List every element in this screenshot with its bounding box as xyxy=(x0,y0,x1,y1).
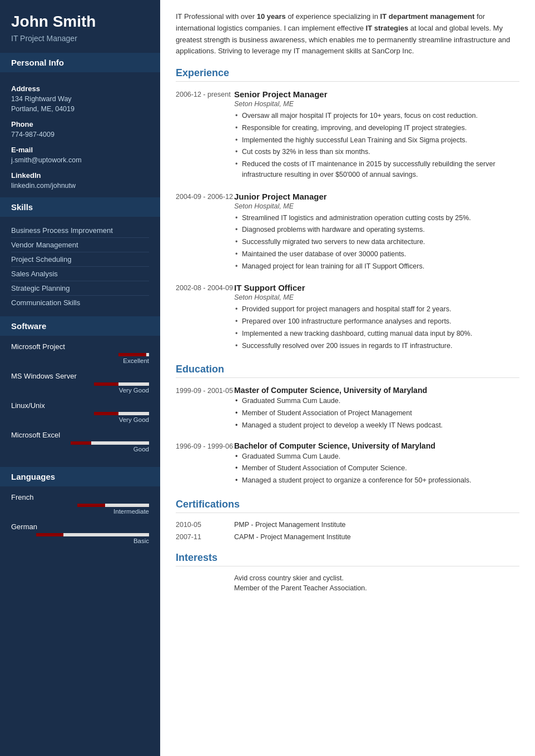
bullet-item: Responsible for creating, improving, and… xyxy=(234,123,519,133)
languages-section: French Intermediate German Basic xyxy=(0,486,160,559)
address-line2: Portland, ME, 04019 xyxy=(11,104,149,115)
edu-body: Master of Computer Science, University o… xyxy=(234,386,519,432)
main-content: IT Professional with over 10 years of ex… xyxy=(160,0,535,756)
software-name: Microsoft Excel xyxy=(11,431,149,439)
bullet-item: Oversaw all major hospital IT projects f… xyxy=(234,111,519,121)
language-bar xyxy=(11,533,149,536)
interests-section: Interests Avid cross country skier and c… xyxy=(176,552,519,592)
address-label: Address xyxy=(11,84,149,93)
bullet-item: Diagnosed problems with hardware and ope… xyxy=(234,225,519,235)
skills-section: Business Process ImprovementVendor Manag… xyxy=(0,217,160,316)
language-level: Basic xyxy=(11,538,149,544)
experience-entry: 2006-12 - present Senior Project Manager… xyxy=(176,89,519,182)
interests-title: Interests xyxy=(176,552,519,566)
software-level: Excellent xyxy=(11,357,149,364)
skill-item: Business Process Improvement xyxy=(11,223,149,238)
cert-entry: 2007-11 CAPM - Project Management Instit… xyxy=(176,533,519,541)
bullet-item: Maintained the user database of over 300… xyxy=(234,249,519,260)
bullet-item: Implemented a new tracking dashboard, cu… xyxy=(234,329,519,339)
cert-name: CAPM - Project Management Institute xyxy=(234,533,351,541)
languages-header: Languages xyxy=(0,467,160,486)
education-title: Education xyxy=(176,364,519,378)
exp-job-title: IT Support Officer xyxy=(234,283,519,292)
software-item: MS Windows Server Very Good xyxy=(11,372,149,394)
cert-entry: 2010-05 PMP - Project Management Institu… xyxy=(176,521,519,529)
interest-item: Avid cross country skier and cyclist. xyxy=(234,574,519,582)
sidebar-header: John Smith IT Project Manager xyxy=(0,0,160,53)
software-bar xyxy=(11,382,149,386)
software-item: Microsoft Excel Good xyxy=(11,431,149,452)
cert-name: PMP - Project Management Institute xyxy=(234,521,346,529)
language-name: French xyxy=(11,493,149,501)
interest-item: Member of the Parent Teacher Association… xyxy=(234,584,519,592)
exp-date: 2004-09 - 2006-12 xyxy=(176,192,234,273)
experience-entry: 2002-08 - 2004-09 IT Support Officer Set… xyxy=(176,283,519,352)
bullet-item: Prepared over 100 infrastructure perform… xyxy=(234,316,519,327)
sidebar: John Smith IT Project Manager Personal I… xyxy=(0,0,160,756)
interests-body: Avid cross country skier and cyclist.Mem… xyxy=(176,574,519,592)
software-section: Microsoft Project Excellent MS Windows S… xyxy=(0,336,160,467)
exp-date: 2002-08 - 2004-09 xyxy=(176,283,234,352)
cert-date: 2007-11 xyxy=(176,533,234,541)
skill-item: Vendor Management xyxy=(11,238,149,252)
email-value: j.smith@uptowork.com xyxy=(11,155,149,166)
bullet-item: Provided support for project managers an… xyxy=(234,304,519,315)
software-level: Very Good xyxy=(11,416,149,423)
bullet-item: Successfully resolved over 200 issues in… xyxy=(234,341,519,351)
candidate-name: John Smith xyxy=(11,12,149,31)
exp-date: 2006-12 - present xyxy=(176,89,234,182)
language-name: German xyxy=(11,523,149,531)
education-entry: 1996-09 - 1999-06 Bachelor of Computer S… xyxy=(176,441,519,488)
bullet-item: Streamlined IT logistics and administrat… xyxy=(234,213,519,223)
exp-body: IT Support Officer Seton Hospital, ME Pr… xyxy=(234,283,519,352)
language-item: German Basic xyxy=(11,523,149,544)
experience-title: Experience xyxy=(176,67,519,82)
exp-company: Seton Hospital, ME xyxy=(234,202,519,210)
linkedin-label: LinkedIn xyxy=(11,171,149,180)
certifications-section: Certifications 2010-05 PMP - Project Man… xyxy=(176,499,519,541)
software-level: Good xyxy=(11,446,149,452)
exp-body: Junior Project Manager Seton Hospital, M… xyxy=(234,192,519,273)
bullet-item: Managed a student project to develop a w… xyxy=(234,420,519,431)
bullet-item: Successfully migrated two servers to new… xyxy=(234,237,519,247)
language-level: Intermediate xyxy=(11,508,149,515)
bullet-item: Cut costs by 32% in less than six months… xyxy=(234,147,519,157)
edu-date: 1999-09 - 2001-05 xyxy=(176,386,234,432)
software-name: MS Windows Server xyxy=(11,372,149,380)
software-bar xyxy=(11,353,149,356)
software-bar xyxy=(11,412,149,415)
bullet-item: Managed a student project to organize a … xyxy=(234,475,519,486)
software-item: Linux/Unix Very Good xyxy=(11,401,149,423)
edu-date: 1996-09 - 1999-06 xyxy=(176,441,234,488)
summary-text: IT Professional with over 10 years of ex… xyxy=(176,11,519,57)
email-label: E-mail xyxy=(11,146,149,154)
edu-degree: Master of Computer Science, University o… xyxy=(234,386,519,395)
address-line1: 134 Rightward Way xyxy=(11,94,149,105)
skill-item: Communication Skills xyxy=(11,296,149,310)
software-bar xyxy=(11,441,149,445)
exp-job-title: Junior Project Manager xyxy=(234,192,519,201)
phone-value: 774-987-4009 xyxy=(11,130,149,140)
software-name: Linux/Unix xyxy=(11,401,149,410)
candidate-title: IT Project Manager xyxy=(11,34,149,43)
skill-item: Project Scheduling xyxy=(11,252,149,267)
skills-header: Skills xyxy=(0,197,160,217)
exp-body: Senior Project Manager Seton Hospital, M… xyxy=(234,89,519,182)
software-name: Microsoft Project xyxy=(11,342,149,351)
edu-body: Bachelor of Computer Science, University… xyxy=(234,441,519,488)
education-section: Education 1999-09 - 2001-05 Master of Co… xyxy=(176,364,519,488)
personal-info-header: Personal Info xyxy=(0,53,160,72)
exp-job-title: Senior Project Manager xyxy=(234,89,519,99)
software-header: Software xyxy=(0,316,160,336)
language-bar xyxy=(11,504,149,507)
bullet-item: Member of Student Association of Compute… xyxy=(234,463,519,474)
education-entry: 1999-09 - 2001-05 Master of Computer Sci… xyxy=(176,386,519,432)
experience-entry: 2004-09 - 2006-12 Junior Project Manager… xyxy=(176,192,519,273)
personal-info-section: Address 134 Rightward Way Portland, ME, … xyxy=(0,72,160,198)
bullet-item: Graduated Summa Cum Laude. xyxy=(234,396,519,406)
software-item: Microsoft Project Excellent xyxy=(11,342,149,364)
experience-section: Experience 2006-12 - present Senior Proj… xyxy=(176,67,519,352)
bullet-item: Managed project for lean training for al… xyxy=(234,261,519,272)
bullet-item: Implemented the highly successful Lean T… xyxy=(234,135,519,146)
skill-item: Sales Analysis xyxy=(11,267,149,281)
